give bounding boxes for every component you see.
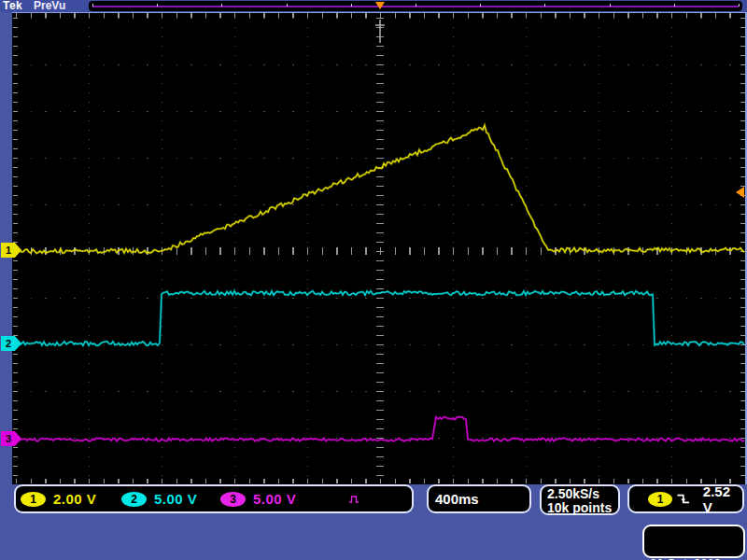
record-view-tick — [221, 4, 222, 7]
record-view-tick — [351, 4, 352, 7]
ch3-badge: 3 — [220, 492, 246, 507]
record-view-tick — [544, 4, 545, 7]
record-length-value: 10k points — [547, 501, 618, 515]
ch3-scale-value: 5.00 V — [253, 491, 296, 507]
tek-logo: Tek — [3, 0, 22, 12]
ch1-scale-value: 2.00 V — [53, 491, 96, 507]
acquisition-status: PreVu — [34, 0, 65, 12]
ch2-badge: 2 — [121, 492, 147, 507]
trigger-position-icon — [375, 2, 385, 9]
ch1-badge: 1 — [21, 492, 46, 507]
datetime-box: 31 Oct 2013 06:37:45 — [642, 525, 745, 558]
waveform-display — [12, 12, 747, 484]
acquisition-readout: 2.50kS/s 10k points — [540, 484, 620, 515]
record-view-bar — [89, 1, 742, 11]
record-view-tick — [480, 4, 481, 7]
timebase-readout: 400ms — [427, 484, 531, 513]
ch2-scale-value: 5.00 V — [154, 491, 197, 507]
trigger-readout: 1 2.52 V — [627, 484, 744, 513]
record-view-tick — [157, 4, 158, 7]
bw-limit-icon — [348, 494, 359, 505]
record-view-tick — [610, 4, 611, 7]
graticule-and-traces — [12, 13, 745, 484]
top-status-bar: Tek PreVu — [0, 0, 747, 12]
readout-bar: 12.00 V25.00 V35.00 V 400ms 2.50kS/s 10k… — [0, 483, 747, 560]
falling-edge-icon — [676, 492, 691, 506]
date-value: 31 Oct 2013 — [650, 556, 743, 560]
channel-readouts-box: 12.00 V25.00 V35.00 V — [14, 484, 414, 513]
record-view-tick — [416, 4, 416, 7]
record-view-tick — [92, 4, 93, 7]
oscilloscope-screen: Tek PreVu 123 12.00 V25.00 V35.00 V 400m… — [0, 0, 747, 560]
sample-rate-value: 2.50kS/s — [547, 487, 618, 501]
ch3-readout: 35.00 V — [220, 491, 359, 507]
timebase-value: 400ms — [435, 491, 479, 507]
trigger-source-badge: 1 — [648, 492, 672, 507]
ch1-readout: 12.00 V — [21, 491, 96, 507]
trigger-level-value: 2.52 V — [703, 483, 742, 515]
record-view-tick — [287, 4, 288, 7]
record-view-tick — [739, 4, 740, 7]
record-view-tick — [674, 4, 675, 7]
ch2-readout: 25.00 V — [121, 491, 197, 507]
